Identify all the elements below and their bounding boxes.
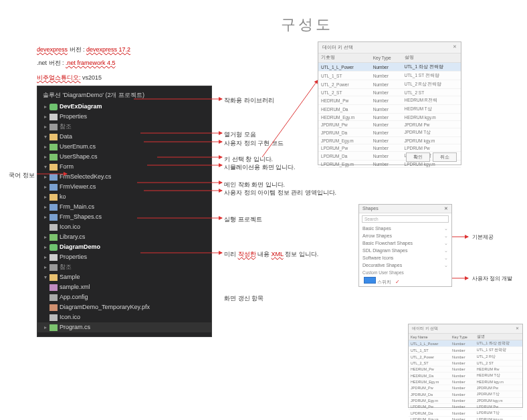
tree-item[interactable]: App.config — [37, 292, 211, 302]
tree-item[interactable]: ▸참조 — [37, 262, 211, 272]
table-row[interactable]: UTL_1_L_PowerNumberUTL_1 좌상 전력량 — [409, 340, 522, 347]
tree-item[interactable]: ▸DiagramDemo — [37, 242, 211, 252]
table-row[interactable]: HEDRUM_Egy.mNumberHEDRUM kgy.m — [409, 379, 522, 385]
table-row[interactable]: UTL_2_STNumberUTL_2 ST — [409, 360, 522, 366]
col-key-name[interactable]: 기호명 — [318, 54, 371, 63]
search-input[interactable]: Search — [362, 215, 449, 223]
expand-icon[interactable]: ▸ — [43, 183, 48, 191]
expand-icon[interactable]: ▸ — [43, 142, 48, 151]
shape-group-label: Decorative Shapes — [362, 263, 402, 268]
table-row[interactable]: UTL_1_STNumberUTL_1 ST 전력량 — [318, 72, 461, 80]
meta-line-2: .net 버전 : .net framework 4.5 — [37, 59, 116, 68]
shape-group-label: Basic Flowchart Shapes — [362, 241, 413, 246]
col-key-type[interactable]: Key Type — [450, 334, 475, 340]
expand-icon[interactable]: ▸ — [43, 263, 48, 272]
shape-group[interactable]: SDL Diagram Shapes⌄ — [359, 247, 451, 254]
expand-icon[interactable]: ▸ — [43, 233, 48, 241]
tree-item[interactable]: ▸FrmViewer.cs — [37, 182, 211, 192]
table-row[interactable]: UTL_1_STNumberUTL_1 ST 전력량 — [409, 347, 522, 354]
key-table-small[interactable]: Key Name Key Type 설명 UTL_1_L_PowerNumber… — [409, 334, 522, 420]
expand-icon[interactable]: ▸ — [43, 253, 48, 261]
table-row[interactable]: HEDRUM_PwNumberHEDRUM Rw — [409, 366, 522, 373]
table-row[interactable]: HEDRUM_DaNumberHEDRUM T상 — [318, 105, 461, 114]
close-icon[interactable]: ✕ — [444, 206, 448, 211]
tree-item[interactable]: ▸ko — [37, 192, 211, 202]
table-row[interactable]: JPDRUM_DaNumberJPDRUM T상 — [409, 391, 522, 398]
close-icon[interactable]: ✕ — [453, 44, 457, 51]
key-table[interactable]: 기호명 Key Type 설명 UTL_1_L_PowerNumberUTL_1… — [318, 54, 461, 168]
tree-item[interactable]: ▸Frm_Shapes.cs — [37, 212, 211, 222]
col-desc[interactable]: 설명 — [402, 54, 461, 63]
expand-icon[interactable]: ▸ — [43, 122, 48, 131]
key-select-dialog[interactable]: 데이터 키 선택✕ 기호명 Key Type 설명 UTL_1_L_PowerN… — [318, 41, 461, 165]
expand-icon[interactable]: ▸ — [43, 193, 48, 201]
tree-item[interactable]: ▸UserShape.cs — [37, 152, 211, 162]
custom-shape-name: 스위치 — [377, 280, 391, 284]
table-row[interactable]: HEDRUM_Egy.mNumberHEDRUM kgy.m — [318, 114, 461, 121]
table-row[interactable]: UTL_1_L_PowerNumberUTL_1 좌상 전력량 — [318, 63, 461, 72]
col-key-name[interactable]: Key Name — [409, 334, 450, 340]
tree-item[interactable]: ▾Form — [37, 162, 211, 172]
tree-item[interactable]: ▾Data — [37, 132, 211, 142]
tree-item[interactable]: Icon.ico — [37, 222, 211, 232]
expand-icon[interactable]: ▾ — [43, 132, 48, 141]
cancel-button[interactable]: 취소 — [433, 152, 457, 162]
expand-icon[interactable]: ▸ — [43, 323, 48, 332]
tree-item[interactable]: ▸FrmSelectedKey.cs — [37, 172, 211, 182]
tree-item[interactable]: ▸Library.cs — [37, 232, 211, 242]
tree-item[interactable]: ▸참조 — [37, 122, 211, 132]
tree-item[interactable]: ▸UserEnum.cs — [37, 142, 211, 152]
table-row[interactable]: JPDRUM_Egy.mNumberJPDRUM kgy.m — [409, 398, 522, 404]
table-row[interactable]: UTL_2_STNumberUTL_2 ST — [318, 89, 461, 96]
expand-icon[interactable]: ▸ — [43, 203, 48, 211]
shapes-panel[interactable]: Shapes✕ Search Basic Shapes⌄Arrow Shapes… — [358, 204, 452, 287]
expand-icon[interactable]: ▸ — [43, 173, 48, 181]
close-icon[interactable]: ✕ — [516, 326, 519, 332]
col-desc[interactable]: 설명 — [475, 334, 522, 340]
shape-group[interactable]: Decorative Shapes⌄ — [359, 261, 451, 269]
ok-button[interactable]: 확인 — [406, 152, 430, 162]
tree-item[interactable]: ▸Program.cs — [37, 322, 211, 332]
table-row[interactable]: LPDRUM_Egy.mNumberLPDRUM kgy.m — [409, 417, 522, 421]
chevron-down-icon: ⌄ — [444, 263, 448, 268]
custom-shape-swatch[interactable] — [364, 277, 376, 284]
tree-item[interactable]: Icon.ico — [37, 312, 211, 322]
expand-icon[interactable]: ▸ — [43, 213, 48, 221]
expand-icon[interactable]: ▾ — [43, 273, 48, 282]
table-row[interactable]: UTL_2_PowerNumberUTL_2 R상 전력량 — [318, 80, 461, 89]
table-row[interactable]: LPDRUM_DaNumberLPDRUM T상 — [409, 410, 522, 417]
shape-group[interactable]: Basic Shapes⌄ — [359, 225, 451, 232]
key-select-dialog-small[interactable]: 데이터 키 선택✕ Key Name Key Type 설명 UTL_1_L_P… — [408, 324, 523, 408]
tree-item[interactable]: ▸Frm_Main.cs — [37, 202, 211, 212]
table-row[interactable]: JPDRUM_PwNumberJPDRUM Pw — [318, 121, 461, 128]
tree-item[interactable]: ▸Properties — [37, 112, 211, 122]
tree-item-label: UserShape.cs — [60, 152, 98, 161]
solution-explorer[interactable]: 솔루션 'DiagramDemo' (2개 프로젝트) ▸DevExDiagra… — [37, 86, 212, 337]
tree-item[interactable]: DiagramDemo_TemporaryKey.pfx — [37, 302, 211, 312]
tree-item-label: Sample — [60, 273, 80, 282]
shape-group[interactable]: Software Icons⌄ — [359, 254, 451, 261]
expand-icon[interactable]: ▸ — [43, 102, 48, 111]
tree-item[interactable]: ▸DevExDiagram — [37, 102, 211, 112]
table-row[interactable]: UTL_2_PowerNumberUTL_2 R상 — [409, 354, 522, 360]
annotation-label: 열거형 모음 — [224, 130, 256, 139]
table-row[interactable]: LPDRUM_PwNumberLPDRUM Pw — [409, 404, 522, 410]
shape-group[interactable]: Arrow Shapes⌄ — [359, 232, 451, 239]
table-row[interactable]: JPDRUM_Egy.mNumberJPDRUM kgy.m — [318, 137, 461, 144]
expand-icon[interactable]: ▸ — [43, 112, 48, 121]
expand-icon[interactable]: ▾ — [43, 163, 48, 171]
table-row[interactable]: JPDRUM_DaNumberJPDRUM T상 — [318, 128, 461, 137]
col-key-type[interactable]: Key Type — [371, 54, 402, 63]
shape-group[interactable]: Basic Flowchart Shapes⌄ — [359, 239, 451, 247]
tree-item[interactable]: sample.xml — [37, 282, 211, 292]
table-row[interactable]: LPDRUM_PwNumberLPDRUM Pw — [318, 144, 461, 152]
tree-item[interactable]: ▾Sample — [37, 272, 211, 282]
file-icon — [49, 184, 58, 191]
expand-icon[interactable]: ▸ — [43, 243, 48, 251]
file-icon — [49, 214, 58, 221]
tree-item[interactable]: ▸Properties — [37, 252, 211, 262]
expand-icon[interactable]: ▸ — [43, 152, 48, 161]
table-row[interactable]: JPDRUM_PwNumberJPDRUM Pw — [409, 385, 522, 391]
table-row[interactable]: HEDRUM_PwNumberHEDRUM R전력 — [318, 96, 461, 105]
table-row[interactable]: HEDRUM_DaNumberHEDRUM T상 — [409, 373, 522, 379]
